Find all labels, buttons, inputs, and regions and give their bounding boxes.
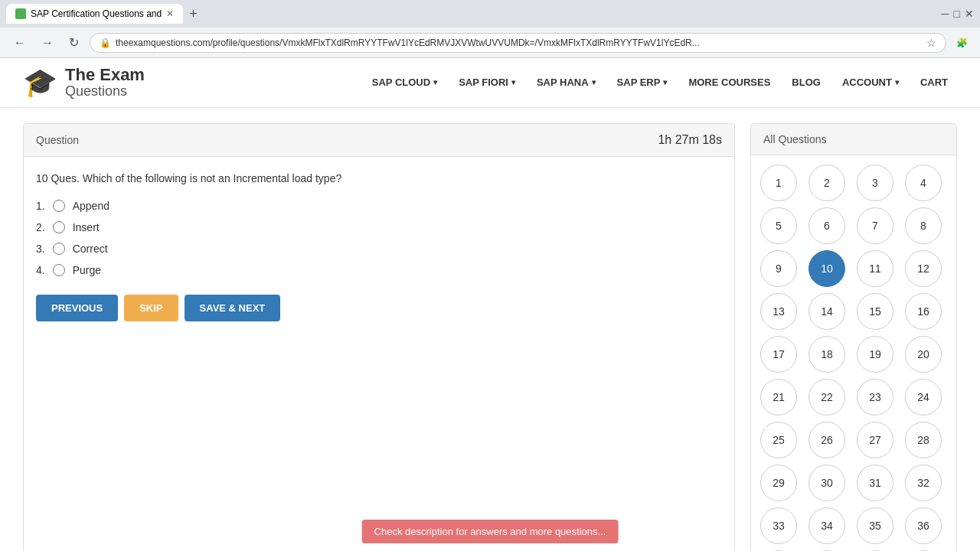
question-number-14[interactable]: 14 [808, 293, 845, 330]
address-bar[interactable]: 🔒 theexamquestions.com/profile/questions… [90, 33, 946, 53]
action-buttons: PREVIOUS SKIP SAVE & NEXT [36, 295, 722, 321]
option-3-label: Correct [73, 243, 108, 255]
question-number-12[interactable]: 12 [905, 250, 942, 287]
browser-tab-bar: SAP Certification Questions and ✕ + ─ □ … [0, 0, 980, 28]
option-1-number: 1. [36, 200, 45, 212]
option-4-number: 4. [36, 264, 45, 276]
question-number-26[interactable]: 26 [808, 422, 845, 458]
nav-sap-erp[interactable]: SAP ERP ▾ [608, 70, 677, 94]
nav-cart[interactable]: CART [911, 70, 957, 94]
question-number-31[interactable]: 31 [857, 465, 893, 501]
forward-button[interactable]: → [37, 33, 58, 53]
option-2-number: 2. [36, 221, 45, 233]
question-number-8[interactable]: 8 [905, 207, 942, 244]
question-number-23[interactable]: 23 [857, 379, 893, 416]
question-body: 10 Ques. Which of the following is not a… [24, 157, 734, 337]
nav-sap-cloud[interactable]: SAP CLOUD ▾ [363, 70, 446, 94]
option-1-radio[interactable] [53, 200, 65, 212]
question-number-grid: 1234567891011121314151617181920212223242… [751, 155, 956, 551]
question-number-11[interactable]: 11 [857, 250, 893, 287]
option-2: 2. Insert [36, 221, 722, 233]
question-number-5[interactable]: 5 [760, 207, 797, 244]
answer-options: 1. Append 2. Insert 3. Correct [36, 200, 722, 276]
question-header: Question 1h 27m 18s [24, 124, 734, 157]
nav-blog[interactable]: BLOG [782, 70, 830, 94]
question-number-4[interactable]: 4 [905, 165, 942, 201]
question-number-20[interactable]: 20 [905, 336, 942, 373]
nav-more-courses[interactable]: MORE COURSES [679, 70, 779, 94]
option-4-radio[interactable] [53, 264, 65, 276]
main-content: Question 1h 27m 18s 10 Ques. Which of th… [0, 108, 980, 551]
refresh-button[interactable]: ↻ [64, 32, 83, 53]
logo-text: The Exam Questions [65, 66, 145, 99]
question-number-15[interactable]: 15 [857, 293, 893, 330]
back-button[interactable]: ← [9, 33, 31, 53]
question-number-13[interactable]: 13 [760, 293, 797, 330]
bookmark-icon[interactable]: ☆ [926, 37, 936, 49]
question-text: 10 Ques. Which of the following is not a… [36, 172, 722, 184]
logo[interactable]: 🎓 The Exam Questions [23, 66, 145, 99]
question-number-35[interactable]: 35 [857, 507, 893, 544]
question-number-21[interactable]: 21 [760, 379, 797, 416]
main-nav: SAP CLOUD ▾ SAP FIORI ▾ SAP HANA ▾ SAP E… [363, 70, 957, 94]
timer-display: 1h 27m 18s [658, 133, 722, 147]
skip-button[interactable]: SKIP [124, 295, 178, 321]
question-number-22[interactable]: 22 [808, 379, 845, 416]
tab-favicon [15, 8, 26, 19]
browser-extension-icons: 🧩 [952, 34, 971, 52]
question-number-16[interactable]: 16 [905, 293, 942, 330]
question-number-32[interactable]: 32 [905, 465, 942, 501]
question-number-1[interactable]: 1 [760, 165, 797, 201]
close-window-button[interactable]: ✕ [965, 8, 974, 20]
chevron-down-icon: ▾ [511, 78, 515, 86]
question-number-3[interactable]: 3 [857, 165, 893, 201]
question-panel: Question 1h 27m 18s 10 Ques. Which of th… [23, 123, 735, 551]
extensions-icon[interactable]: 🧩 [952, 34, 971, 52]
previous-button[interactable]: PREVIOUS [36, 295, 118, 321]
question-navigator-sidebar: All Questions 12345678910111213141516171… [750, 123, 957, 551]
site-header: 🎓 The Exam Questions SAP CLOUD ▾ SAP FIO… [0, 58, 980, 108]
question-number-10[interactable]: 10 [808, 250, 845, 287]
nav-sap-fiori[interactable]: SAP FIORI ▾ [449, 70, 524, 94]
question-number-29[interactable]: 29 [760, 465, 797, 501]
chevron-down-icon: ▾ [895, 78, 899, 86]
url-text: theexamquestions.com/profile/questions/V… [116, 37, 922, 48]
question-number-36[interactable]: 36 [905, 507, 942, 544]
active-tab[interactable]: SAP Certification Questions and ✕ [6, 4, 183, 24]
tab-title: SAP Certification Questions and [31, 8, 162, 19]
new-tab-button[interactable]: + [189, 6, 198, 22]
question-number-24[interactable]: 24 [905, 379, 942, 416]
option-4: 4. Purge [36, 264, 722, 276]
question-number-34[interactable]: 34 [808, 507, 845, 544]
question-number-2[interactable]: 2 [808, 165, 845, 201]
option-2-radio[interactable] [53, 221, 65, 233]
question-number-28[interactable]: 28 [905, 422, 942, 458]
question-number-33[interactable]: 33 [760, 507, 797, 544]
nav-sap-hana[interactable]: SAP HANA ▾ [528, 70, 605, 94]
question-number-9[interactable]: 9 [760, 250, 797, 287]
tab-close-button[interactable]: ✕ [166, 8, 174, 19]
question-number-19[interactable]: 19 [857, 336, 893, 373]
nav-account[interactable]: ACCOUNT ▾ [833, 70, 908, 94]
browser-controls: ← → ↻ 🔒 theexamquestions.com/profile/que… [0, 28, 980, 58]
page-wrapper: 🎓 The Exam Questions SAP CLOUD ▾ SAP FIO… [0, 58, 980, 551]
question-number-6[interactable]: 6 [808, 207, 845, 244]
question-number-27[interactable]: 27 [857, 422, 893, 458]
minimize-button[interactable]: ─ [942, 8, 949, 20]
sidebar-title: All Questions [751, 124, 956, 155]
footer-banner[interactable]: Check description for answers and more q… [362, 520, 619, 543]
question-number-25[interactable]: 25 [760, 422, 797, 458]
question-number-7[interactable]: 7 [857, 207, 893, 244]
maximize-button[interactable]: □ [954, 8, 960, 20]
chevron-down-icon: ▾ [663, 78, 667, 86]
save-next-button[interactable]: SAVE & NEXT [185, 295, 281, 321]
option-1: 1. Append [36, 200, 722, 212]
option-3: 3. Correct [36, 243, 722, 255]
option-3-radio[interactable] [53, 243, 65, 255]
option-2-label: Insert [73, 221, 100, 233]
chevron-down-icon: ▾ [433, 78, 437, 86]
question-number-18[interactable]: 18 [808, 336, 845, 373]
question-number-17[interactable]: 17 [760, 336, 797, 373]
option-4-label: Purge [73, 264, 101, 276]
question-number-30[interactable]: 30 [808, 465, 845, 501]
